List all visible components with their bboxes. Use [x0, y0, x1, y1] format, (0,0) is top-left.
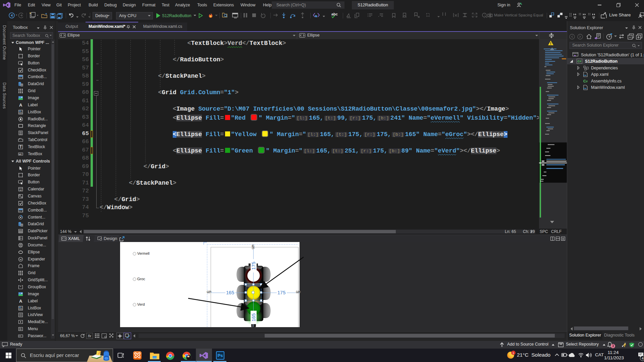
svg-text:12: 12: [19, 189, 22, 191]
svg-text:A: A: [19, 103, 22, 108]
svg-text:xy: xy: [20, 285, 22, 287]
svg-text:A: A: [19, 299, 22, 304]
svg-text:T: T: [20, 145, 22, 149]
svg-text:**: **: [19, 335, 21, 337]
svg-text:abl: abl: [19, 153, 21, 155]
